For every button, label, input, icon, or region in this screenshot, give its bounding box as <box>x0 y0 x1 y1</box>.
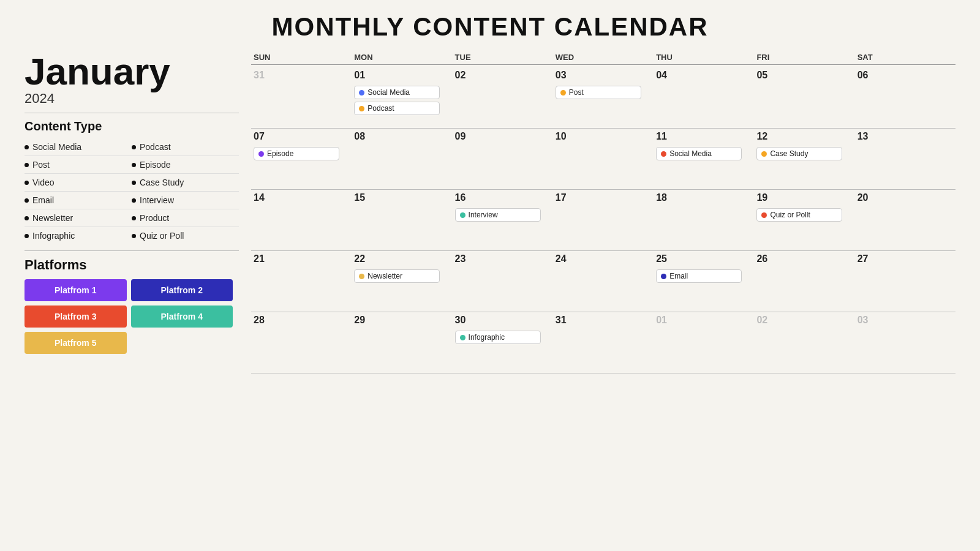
date-number: 19 <box>756 192 852 203</box>
platform-button[interactable]: Platfrom 2 <box>131 279 233 301</box>
calendar-cell: 02 <box>453 67 553 129</box>
page-title: MONTHLY CONTENT CALENDAR <box>24 12 956 42</box>
event-dot <box>460 335 466 340</box>
calendar-cell: 21 <box>251 251 352 312</box>
date-number: 15 <box>354 192 450 203</box>
month-name: January <box>24 53 239 91</box>
content-types-grid: Social MediaPostVideoEmailNewsletterInfo… <box>24 138 239 244</box>
date-number: 14 <box>254 192 349 203</box>
calendar-cell: 19Quiz or Pollt <box>754 190 854 251</box>
calendar-cell: 08 <box>352 129 452 190</box>
event-dot <box>761 212 767 218</box>
content-type-title: Content Type <box>24 119 239 133</box>
platform-buttons: Platfrom 1Platfrom 2Platfrom 3Platfrom 4… <box>24 279 233 354</box>
event-label: Podcast <box>368 104 394 113</box>
content-type-item: Episode <box>132 156 239 174</box>
content-types-col1: Social MediaPostVideoEmailNewsletterInfo… <box>24 138 132 244</box>
event-pill: Quiz or Pollt <box>756 208 842 222</box>
date-number: 03 <box>858 315 953 326</box>
event-pill: Infographic <box>455 331 541 344</box>
event-label: Episode <box>267 149 293 158</box>
calendar-cell: 04 <box>654 67 754 129</box>
calendar-cell: 17 <box>553 190 654 251</box>
event-dot <box>359 106 364 111</box>
divider-2 <box>24 250 239 251</box>
date-number: 31 <box>254 70 349 81</box>
calendar: SUNMONTUEWEDTHUFRISAT 3101Social MediaPo… <box>251 53 956 373</box>
event-dot <box>460 212 466 218</box>
calendar-day-name: TUE <box>453 53 553 65</box>
event-pill: Interview <box>455 208 541 222</box>
bullet-icon <box>24 145 29 149</box>
calendar-cell: 31 <box>553 312 654 373</box>
event-dot <box>661 274 666 279</box>
content-type-item: Social Media <box>24 138 132 156</box>
date-number: 17 <box>556 192 651 203</box>
date-number: 23 <box>455 253 551 264</box>
calendar-cell: 01Social MediaPodcast <box>352 67 452 129</box>
divider-1 <box>24 113 239 113</box>
date-number: 06 <box>858 70 953 81</box>
date-number: 07 <box>254 131 349 142</box>
event-dot <box>359 90 364 96</box>
event-label: Email <box>669 272 688 280</box>
calendar-day-name: MON <box>352 53 452 65</box>
event-label: Case Study <box>770 149 808 158</box>
calendar-cell: 11Social Media <box>654 129 754 190</box>
calendar-cell: 22Newsletter <box>352 251 452 312</box>
calendar-cell: 31 <box>251 67 352 129</box>
calendar-cell: 14 <box>251 190 352 251</box>
platform-button[interactable]: Platfrom 1 <box>24 279 127 301</box>
date-number: 20 <box>858 192 953 203</box>
event-pill: Newsletter <box>354 269 440 283</box>
content-type-item: Product <box>132 209 239 227</box>
content-type-item: Case Study <box>132 174 239 192</box>
bullet-icon <box>132 216 136 220</box>
event-label: Newsletter <box>368 272 402 280</box>
calendar-cell: 28 <box>251 312 352 373</box>
bullet-icon <box>132 145 136 149</box>
bullet-icon <box>132 181 136 185</box>
event-pill: Social Media <box>656 147 742 160</box>
content-type-item: Interview <box>132 192 239 209</box>
date-number: 13 <box>858 131 953 142</box>
bullet-icon <box>24 234 29 238</box>
content-types-col2: PodcastEpisodeCase StudyInterviewProduct… <box>132 138 239 244</box>
calendar-day-name: SUN <box>251 53 352 65</box>
date-number: 11 <box>656 131 752 142</box>
calendar-day-name: SAT <box>855 53 956 65</box>
calendar-cell: 24 <box>553 251 654 312</box>
page: MONTHLY CONTENT CALENDAR January 2024 Co… <box>0 0 980 551</box>
date-number: 22 <box>354 253 450 264</box>
calendar-cell: 16Interview <box>453 190 553 251</box>
date-number: 01 <box>354 70 450 81</box>
calendar-cell: 15 <box>352 190 452 251</box>
content-type-item: Infographic <box>24 227 132 244</box>
date-number: 25 <box>656 253 752 264</box>
date-number: 04 <box>656 70 752 81</box>
platforms-title: Platforms <box>24 257 239 273</box>
content-type-item: Post <box>24 156 132 174</box>
calendar-cell: 25Email <box>654 251 754 312</box>
date-number: 16 <box>455 192 551 203</box>
calendar-cell: 12Case Study <box>754 129 854 190</box>
platform-button[interactable]: Platfrom 3 <box>24 305 127 328</box>
bullet-icon <box>24 163 29 167</box>
event-pill: Post <box>556 86 641 99</box>
content-type-item: Podcast <box>132 138 239 156</box>
event-label: Social Media <box>368 88 410 97</box>
date-number: 28 <box>254 315 349 326</box>
platform-button[interactable]: Platfrom 5 <box>24 332 127 354</box>
calendar-cell: 20 <box>855 190 956 251</box>
calendar-cell: 02 <box>754 312 854 373</box>
event-pill: Episode <box>254 147 339 160</box>
event-pill: Email <box>656 269 742 283</box>
calendar-cell: 27 <box>855 251 956 312</box>
calendar-cell: 10 <box>553 129 654 190</box>
date-number: 03 <box>556 70 651 81</box>
calendar-day-name: THU <box>654 53 754 65</box>
calendar-cell: 18 <box>654 190 754 251</box>
date-number: 26 <box>756 253 852 264</box>
calendar-cell: 03 <box>855 312 956 373</box>
platform-button[interactable]: Platfrom 4 <box>131 305 233 328</box>
